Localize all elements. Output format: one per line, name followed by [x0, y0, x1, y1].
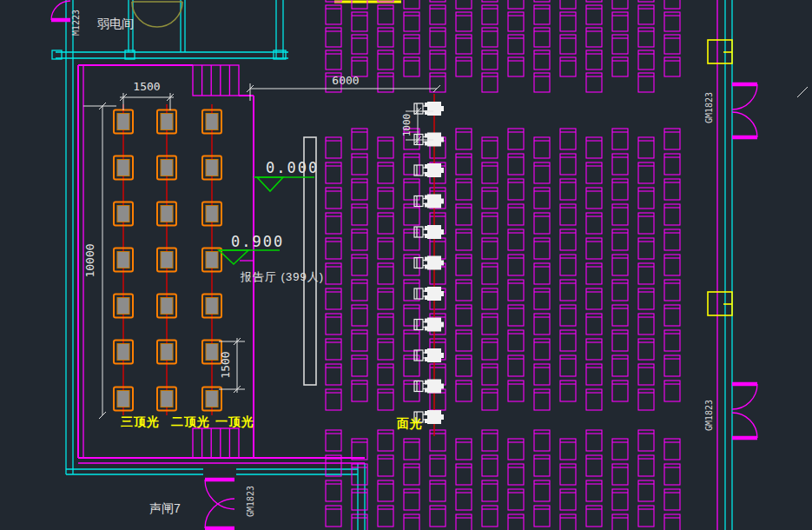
seat [560, 0, 576, 9]
seat [534, 28, 550, 47]
label-face-light: 面光 [396, 416, 423, 430]
seat [612, 514, 628, 530]
seat [378, 50, 393, 70]
seat [534, 5, 550, 24]
stage-lights [114, 104, 221, 415]
stage-light-lens [117, 298, 129, 315]
face-light-lamp [414, 288, 423, 299]
face-light-tab [441, 137, 444, 142]
face-lights [414, 102, 444, 424]
yellow-features [334, 2, 732, 315]
door-swing-arc [732, 112, 757, 137]
door-swing-arc [732, 384, 757, 409]
label-top-light-2: 二顶光 [171, 414, 210, 428]
stage-light-lens [161, 298, 173, 315]
seat [664, 57, 680, 76]
level-triangle [257, 177, 283, 191]
seat [586, 28, 602, 47]
door-tag-gm1823-soundlock: GM1823 [246, 486, 255, 517]
seat [352, 35, 367, 54]
stage-light-lens [161, 344, 173, 361]
seat [586, 50, 602, 70]
stage-light-lens [117, 391, 129, 407]
seat [638, 28, 654, 47]
face-light-tab [441, 261, 444, 266]
seat [664, 514, 680, 530]
stage-light-lens [206, 160, 218, 176]
seat [456, 35, 472, 54]
magenta-walls [78, 0, 717, 530]
seat [586, 5, 602, 24]
face-light-tab [441, 291, 444, 296]
face-light-tab [441, 414, 444, 420]
dim-text-1000: 1000 [401, 114, 413, 137]
dim-text-10000: 10000 [83, 243, 96, 277]
seat [508, 57, 524, 76]
seat [664, 0, 680, 9]
stage-light-lens [206, 252, 218, 268]
face-light-body [427, 102, 441, 116]
audience-seating [326, 0, 680, 530]
seat [586, 73, 602, 92]
seat [638, 5, 654, 24]
seat [430, 0, 446, 2]
seat [508, 12, 524, 31]
seat [638, 0, 654, 2]
face-light-lamp [414, 165, 423, 176]
face-light-lamp [414, 196, 423, 207]
dim-tick [797, 87, 808, 97]
face-light-body [427, 287, 441, 301]
stage-light-lens [117, 160, 129, 176]
level-triangle [219, 250, 248, 264]
dim-text-6000: 6000 [332, 74, 359, 87]
face-light-tab [441, 353, 444, 358]
face-light-body [427, 256, 441, 270]
stage-light-lens [206, 298, 218, 315]
door-swing-arc [732, 413, 757, 438]
seat [586, 0, 602, 2]
level-text-0000: 0.000 [266, 159, 319, 176]
seat [664, 35, 680, 54]
stage-light-lens [117, 344, 129, 361]
door-tag-gm1823-top: GM1823 [704, 92, 714, 123]
face-light-tab [441, 384, 444, 389]
face-light-body [427, 163, 441, 177]
seat [612, 57, 628, 76]
seat [508, 35, 524, 54]
seat [404, 514, 419, 530]
corridor-label-soundlock: 声闸7 [149, 501, 181, 515]
stage-light-lens [161, 252, 173, 268]
door-swing-arc [132, 2, 157, 27]
seat [482, 28, 498, 47]
seat [612, 0, 628, 9]
door-swing-arc [157, 2, 182, 27]
face-light-lamp [414, 381, 423, 392]
label-top-light-1: 一顶光 [215, 414, 254, 428]
stage-light-lens [206, 206, 218, 222]
seat [638, 50, 654, 70]
face-light-tab [441, 106, 444, 111]
seat [456, 12, 472, 31]
seat [638, 73, 654, 92]
cad-canvas[interactable]: 1500 10000 1500 6000 1000 0.000 0.90 [0, 0, 812, 530]
stage-light-lens [161, 160, 173, 176]
face-light-body [427, 380, 441, 394]
seat [534, 50, 550, 70]
seat [664, 12, 680, 31]
face-light-tab [441, 199, 444, 204]
face-light-lamp [414, 103, 423, 114]
stage-light-lens [117, 252, 129, 268]
seat [456, 514, 472, 530]
stage-light-lens [206, 391, 218, 407]
face-light-body [427, 318, 441, 332]
seat [326, 28, 341, 47]
seat [378, 5, 393, 24]
door-tag-m1223: M1223 [71, 10, 81, 36]
seat [612, 12, 628, 31]
stage-light-lens [206, 344, 218, 361]
stage-light-lens [206, 114, 218, 130]
seat [430, 28, 446, 47]
door-swing-arc [205, 480, 234, 509]
stage-light-lens [117, 114, 129, 130]
door-tag-gm1823-bottom: GM1823 [704, 400, 714, 431]
